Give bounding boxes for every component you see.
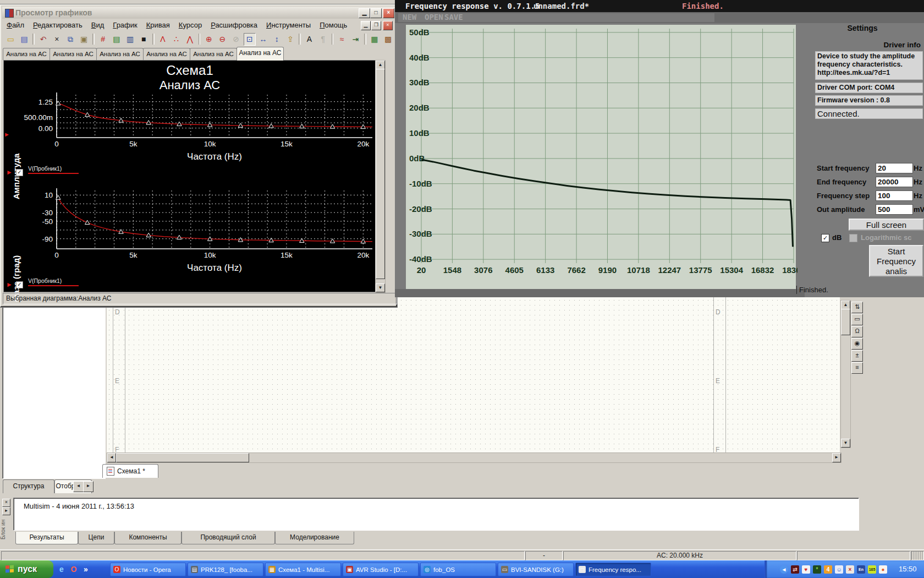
start-button[interactable]: пуск (0, 560, 53, 578)
right-toolbar-icon[interactable]: ▭ (851, 314, 863, 325)
taskbar-task-4[interactable]: ◎fob_OS (420, 563, 496, 576)
right-toolbar-icon[interactable]: ± (851, 350, 863, 362)
quick-launch-more-icon[interactable]: » (80, 563, 91, 576)
input-start-frequency[interactable] (876, 163, 913, 173)
trace-checkbox[interactable]: ✓ (16, 281, 23, 288)
tab-analysis-4[interactable]: Анализ на АС (190, 48, 237, 60)
zoom-restore-icon[interactable]: ⊘ (230, 33, 243, 46)
zoom-x-icon[interactable]: ↔ (257, 33, 270, 46)
table-export-icon[interactable]: ▩ (382, 33, 394, 46)
tray-heart-icon[interactable]: ♥ (802, 565, 810, 574)
tray-x-icon[interactable]: × (846, 565, 854, 574)
delete-icon[interactable]: × (51, 33, 63, 46)
tray-transfer-icon[interactable]: ⇄ (791, 565, 799, 574)
menu-Инструменты[interactable]: Инструменты (262, 20, 315, 30)
results-pane-close-icon[interactable]: × (2, 499, 10, 507)
taskbar-task-1[interactable]: ▤PRK128_ [fooba... (188, 563, 263, 576)
trace-checkbox[interactable]: ✓ (16, 169, 23, 176)
right-toolbar-icon[interactable]: ⇅ (851, 302, 863, 313)
grapher-title-bar[interactable]: Просмотр графиков ▁ □ × (2, 7, 395, 19)
mdi-restore-button[interactable]: ❐ (371, 21, 381, 30)
save-icon[interactable]: ▤ (18, 33, 31, 46)
right-toolbar-icon[interactable]: ≡ (851, 362, 863, 374)
tab-structure[interactable]: Структура (3, 479, 54, 493)
input-end-frequency[interactable] (876, 177, 913, 187)
scroll-down-icon[interactable]: ▼ (376, 283, 385, 292)
traces-icon[interactable]: ≈ (336, 33, 348, 46)
right-toolbar-icon[interactable]: ◉ (851, 338, 863, 350)
quick-launch-opera-icon[interactable]: O (68, 563, 79, 576)
scroll-up-icon[interactable]: ▲ (841, 301, 850, 309)
freq-menu-save[interactable]: SAVE (444, 13, 463, 21)
scroll-up-icon[interactable]: ▲ (376, 61, 385, 69)
mdi-minimize-button[interactable]: ▁ (361, 21, 371, 30)
start-frequency-analysis-button[interactable]: StartFrequencyanalis (869, 245, 923, 277)
zoom-window-icon[interactable]: ⊡ (244, 33, 256, 46)
undo-icon[interactable]: ↶ (37, 33, 50, 46)
tab-schematic-document[interactable]: Схема1 * (102, 464, 158, 478)
curve-line-icon[interactable]: Λ (157, 33, 169, 46)
taskbar-task-5[interactable]: ▭BVI-SANDISK (G:) (498, 563, 574, 576)
scroll-down-icon[interactable]: ▼ (841, 439, 850, 448)
tab-analysis-1[interactable]: Анализ на АС (50, 48, 97, 60)
toolbox-tab-scroll-right-icon[interactable]: ► (83, 481, 94, 492)
menu-Помощь[interactable]: Помощь (315, 20, 351, 30)
tray-language-indicator[interactable]: En (857, 565, 865, 574)
paste-icon[interactable]: ▣ (78, 33, 90, 46)
toolbox-tab-scroll-left-icon[interactable]: ◄ (73, 481, 84, 492)
scroll-left-icon[interactable]: ◄ (107, 453, 116, 462)
scroll-thumb[interactable] (841, 309, 850, 335)
open-icon[interactable]: ▭ (4, 33, 17, 46)
menu-Файл[interactable]: Файл (2, 20, 29, 30)
copy-icon[interactable]: ⧉ (64, 33, 77, 46)
tab-Проводящий слой[interactable]: Проводящий слой (182, 532, 275, 544)
tab-analysis-2[interactable]: Анализ на АС (96, 48, 144, 60)
axes-icon[interactable]: ▥ (124, 33, 136, 46)
menu-Редактировать[interactable]: Редактировать (29, 20, 87, 30)
menu-Расшифровка[interactable]: Расшифровка (206, 20, 262, 30)
taskbar-task-6[interactable]: □Frequency respo... (575, 563, 651, 576)
right-toolbar-icon[interactable]: Ω (851, 326, 863, 337)
schematic-horizontal-scrollbar[interactable]: ◄ ► (107, 452, 842, 463)
overlay-icon[interactable]: ■ (138, 33, 150, 46)
tab-Моделирование[interactable]: Моделирование (275, 532, 354, 544)
tray-hfs-icon[interactable]: 165 (868, 565, 876, 574)
quick-launch-ie-icon[interactable]: e (56, 563, 67, 576)
tray-collapse-icon[interactable]: ◄ (780, 565, 788, 574)
input-out-amplitude[interactable] (876, 204, 913, 215)
tab-analysis-3[interactable]: Анализ на АС (143, 48, 190, 60)
schematic-vertical-scrollbar[interactable]: ▲ ▼ (840, 300, 851, 448)
curve-points-icon[interactable]: ∴ (170, 33, 183, 46)
close-button[interactable]: × (383, 8, 394, 18)
tray-orange-icon[interactable]: 4 (824, 565, 832, 574)
curve-line-points-icon[interactable]: ⋀ (184, 33, 196, 46)
freq-menu-new[interactable]: NEW (403, 13, 416, 21)
freq-menu-open[interactable]: OPEN (425, 13, 443, 21)
taskbar-task-0[interactable]: OНовости - Opera (110, 563, 186, 576)
taskbar-task-3[interactable]: ▣AVR Studio - [D:... (343, 563, 419, 576)
tab-Компоненты[interactable]: Компоненты (114, 532, 182, 544)
tab-analysis-0[interactable]: Анализ на АС (3, 48, 50, 60)
checkbox-db[interactable]: ✓ (821, 234, 829, 242)
grid-icon[interactable]: # (97, 33, 109, 46)
export-icon[interactable]: ⇥ (349, 33, 362, 46)
menu-Вид[interactable]: Вид (87, 20, 109, 30)
tray-user-icon[interactable]: ☺ (835, 565, 843, 574)
grapher-vertical-scrollbar[interactable]: ▲ ▼ (375, 60, 386, 293)
legend-icon[interactable]: ▤ (111, 33, 123, 46)
text-icon[interactable]: A (303, 33, 316, 46)
zoom-out-icon[interactable]: ⊖ (216, 33, 229, 46)
minimize-button[interactable]: ▁ (359, 8, 370, 18)
maximize-button[interactable]: □ (370, 8, 382, 18)
input-frequency-step[interactable] (876, 190, 913, 201)
scroll-thumb[interactable] (116, 453, 249, 462)
taskbar-task-2[interactable]: ▦Схема1 - Multisi... (265, 563, 341, 576)
zoom-y-icon[interactable]: ↕ (271, 33, 283, 46)
format-icon[interactable]: ¶ (317, 33, 329, 46)
simulation-log[interactable]: Multisim - 4 июня 2011 г., 13:56:13 (13, 498, 859, 531)
full-screen-button[interactable]: Full screen (849, 219, 924, 231)
tab-Цепи[interactable]: Цепи (78, 532, 114, 544)
tray-update-icon[interactable]: ● (879, 565, 887, 574)
hand-icon[interactable]: ⇪ (284, 33, 297, 46)
zoom-in-icon[interactable]: ⊕ (202, 33, 215, 46)
